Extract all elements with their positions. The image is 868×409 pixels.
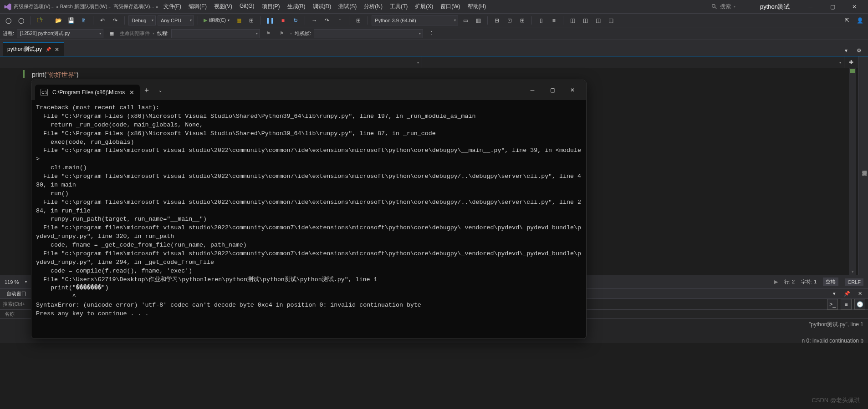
share-button[interactable]: ⇱	[842, 15, 853, 26]
env-icon-1[interactable]: ▭	[460, 15, 471, 26]
forward-button[interactable]: ◯	[15, 15, 26, 26]
search-placeholder[interactable]: 搜索(Ctrl+	[3, 301, 25, 308]
watermark: CSDN @老头佩琪	[812, 396, 860, 404]
new-project-button[interactable]	[34, 15, 45, 26]
python-env-dropdown[interactable]: Python 3.9 (64-bit)	[372, 15, 458, 25]
tool-icon-4[interactable]: ⊟	[491, 15, 502, 26]
menu-item-9[interactable]: 工具(T)	[386, 3, 411, 10]
auto-window-tab[interactable]: 自动窗口	[3, 289, 30, 298]
pause-button[interactable]: ❚❚	[265, 15, 276, 26]
account-button[interactable]: 👤	[854, 15, 865, 26]
breadcrumb-2[interactable]: Batch 新团队项目(W)...	[60, 3, 112, 10]
menu-item-10[interactable]: 扩展(X)	[411, 3, 437, 10]
open-button[interactable]: 📂	[53, 15, 64, 26]
restart-button[interactable]: ↻	[290, 15, 301, 26]
thread-dropdown[interactable]	[171, 29, 260, 38]
tool-icon-6[interactable]: ⊞	[517, 15, 528, 26]
zoom-level[interactable]: 119 %	[5, 279, 19, 285]
tool-icon-7[interactable]: ▯	[536, 15, 546, 26]
save-button[interactable]: 💾	[66, 15, 77, 26]
env-icon-2[interactable]: ▥	[473, 15, 484, 26]
terminal-maximize-button[interactable]: ▢	[542, 83, 562, 97]
terminal-close-button[interactable]: ✕	[562, 83, 582, 97]
menu-item-0[interactable]: 文件(F)	[160, 3, 185, 10]
terminal-tab[interactable]: C:\ C:\Program Files (x86)\Micros ✕	[35, 85, 140, 100]
continue-button[interactable]: ▶继续(C)▾	[202, 17, 231, 24]
back-button[interactable]: ◯	[3, 15, 14, 26]
flag-icon[interactable]: ⚑	[263, 28, 274, 39]
tab-overflow-icon[interactable]: ▾	[841, 45, 852, 56]
stackframe-dropdown[interactable]	[314, 29, 423, 38]
step-out-button[interactable]: ↑	[334, 15, 345, 26]
tool-icon-10[interactable]: ◫	[580, 15, 591, 26]
menu-item-3[interactable]: Git(G)	[236, 3, 258, 10]
search-box[interactable]: 搜索 ▾	[707, 3, 749, 10]
output-icon-1[interactable]: >_	[827, 299, 838, 310]
split-editor-button[interactable]: ✚	[844, 56, 858, 68]
indent-indicator[interactable]: 空格	[823, 278, 838, 286]
nav-arrow-icon[interactable]: ▶	[774, 279, 778, 285]
panel-close-icon[interactable]: ✕	[854, 288, 865, 299]
terminal-titlebar[interactable]: C:\ C:\Program Files (x86)\Micros ✕ ＋ ⌄ …	[31, 80, 586, 100]
pin-icon[interactable]: 📌	[46, 47, 51, 52]
output-icon-3[interactable]: 🕘	[854, 299, 865, 310]
terminal-output[interactable]: Traceback (most recent call last): File …	[31, 100, 586, 338]
flag-icon-2[interactable]: ⚑	[276, 28, 287, 39]
step-into-button[interactable]: →	[309, 15, 320, 26]
tool-icon-12[interactable]: ◫	[605, 15, 616, 26]
name-column-header[interactable]: 名称	[5, 311, 15, 318]
tool-icon-11[interactable]: ◫	[592, 15, 603, 26]
tool-icon-1[interactable]: ▦	[233, 15, 244, 26]
tab-gear-icon[interactable]: ⚙	[853, 45, 864, 56]
menu-item-5[interactable]: 生成(B)	[284, 3, 309, 10]
menu-item-2[interactable]: 视图(V)	[210, 3, 236, 10]
menu-item-8[interactable]: 分析(N)	[360, 3, 386, 10]
breadcrumb-3[interactable]: 高级保存选项(V)...	[113, 3, 154, 10]
output-icon-2[interactable]: ≡	[841, 299, 852, 310]
tab-close-icon[interactable]: ✕	[55, 46, 59, 53]
step-over-button[interactable]: ↷	[322, 15, 332, 26]
process-dropdown[interactable]: [12528] python测试.py	[17, 29, 103, 38]
save-all-button[interactable]: 🗎	[78, 15, 89, 26]
maximize-button[interactable]: ▢	[822, 0, 842, 13]
line-indicator[interactable]: 行: 2	[784, 278, 795, 285]
stop-button[interactable]: ■	[277, 15, 288, 26]
terminal-minimize-button[interactable]: ─	[522, 83, 542, 97]
panel-pin-icon[interactable]: 📌	[842, 288, 853, 299]
platform-dropdown[interactable]: Any CPU	[158, 15, 194, 25]
tool-icon-2[interactable]: ⊞	[246, 15, 257, 26]
menu-item-11[interactable]: 窗口(W)	[437, 3, 464, 10]
tool-icon-9[interactable]: ◫	[567, 15, 578, 26]
scrollbar[interactable]: ▾	[849, 68, 856, 275]
svg-line-1	[715, 7, 716, 9]
nav-dropdown-1[interactable]	[0, 56, 422, 68]
menu-item-6[interactable]: 调试(D)	[309, 3, 335, 10]
menu-item-1[interactable]: 编辑(E)	[185, 3, 210, 10]
terminal-tab-close-icon[interactable]: ✕	[129, 89, 134, 96]
file-tab-strip: python测试.py 📌 ✕ ▾ ⚙	[0, 40, 868, 56]
menu-item-4[interactable]: 项目(P)	[258, 3, 284, 10]
scroll-down-icon[interactable]: ▾	[849, 269, 856, 274]
lifecycle-icon[interactable]: ▦	[106, 28, 117, 39]
undo-button[interactable]: ↶	[97, 15, 108, 26]
tool-icon-5[interactable]: ⊡	[504, 15, 515, 26]
breadcrumb-1[interactable]: 高级保存选项(V)...	[14, 3, 55, 10]
change-indicator	[23, 70, 25, 78]
col-indicator[interactable]: 字符: 1	[801, 278, 817, 285]
menu-item-12[interactable]: 帮助(H)	[464, 3, 490, 10]
config-dropdown[interactable]: Debug	[128, 15, 156, 25]
minimize-button[interactable]: ─	[801, 0, 821, 13]
panel-dropdown-icon[interactable]: ▾	[829, 288, 840, 299]
continue-label: 继续(C)	[209, 17, 226, 24]
terminal-dropdown-button[interactable]: ⌄	[153, 88, 167, 93]
file-tab[interactable]: python测试.py 📌 ✕	[3, 42, 64, 56]
close-button[interactable]: ✕	[844, 0, 864, 13]
tool-icon-8[interactable]: ≡	[548, 15, 559, 26]
eol-indicator[interactable]: CRLF	[845, 278, 863, 286]
tool-icon-3[interactable]: ⊞	[353, 15, 364, 26]
nav-dropdown-2[interactable]	[422, 56, 844, 68]
menu-item-7[interactable]: 测试(S)	[335, 3, 360, 10]
terminal-new-tab-button[interactable]: ＋	[140, 86, 153, 95]
overflow-icon[interactable]: ⋮	[426, 28, 437, 39]
redo-button[interactable]: ↷	[110, 15, 121, 26]
